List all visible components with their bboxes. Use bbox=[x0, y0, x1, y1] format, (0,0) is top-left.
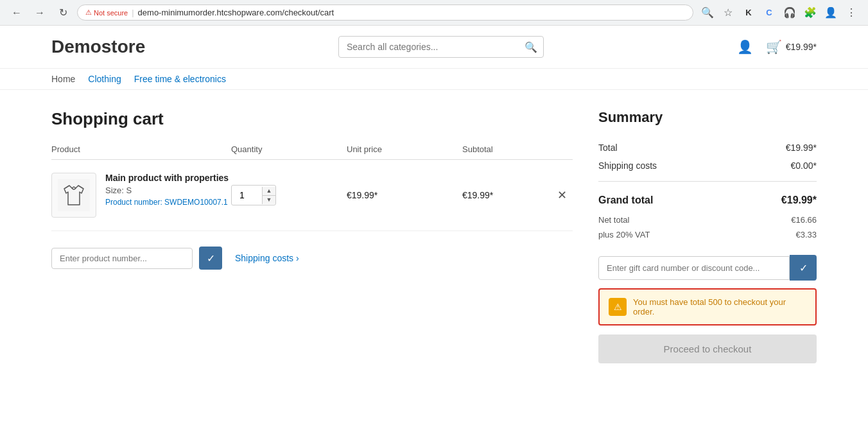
grand-total-row: Grand total €19.99* bbox=[598, 188, 817, 212]
vat-label: plus 20% VAT bbox=[598, 230, 650, 239]
col-unit-price: Unit price bbox=[347, 144, 462, 154]
summary-divider bbox=[598, 181, 817, 182]
ext2-icon[interactable]: C bbox=[760, 4, 778, 22]
warning-box: ⚠ You must have total 500 to checkout yo… bbox=[598, 288, 817, 325]
shipping-costs-label: Shipping costs bbox=[235, 253, 293, 263]
header-actions: 👤 🛒 €19.99* bbox=[737, 39, 817, 55]
net-total-label: Net total bbox=[598, 215, 629, 225]
product-image bbox=[51, 173, 96, 218]
vat-value: €3.33 bbox=[795, 230, 817, 239]
address-bar[interactable]: ⚠ Not secure | demo-minimumorder.htcshop… bbox=[77, 4, 693, 21]
col-quantity: Quantity bbox=[231, 144, 347, 154]
remove-item-button[interactable]: ✕ bbox=[557, 189, 567, 201]
col-subtotal: Subtotal bbox=[462, 144, 552, 154]
cart-icon: 🛒 bbox=[766, 39, 782, 55]
product-name: Main product with properties bbox=[105, 173, 229, 183]
site-header: Demostore 🔍 👤 🛒 €19.99* bbox=[0, 26, 868, 69]
vat-row: plus 20% VAT €3.33 bbox=[598, 227, 817, 242]
url-display: demo-minimumorder.htcshopware.com/checko… bbox=[138, 8, 334, 17]
table-row: Main product with properties Size: S Pro… bbox=[51, 160, 573, 231]
forward-button[interactable]: → bbox=[31, 4, 49, 22]
product-cell: Main product with properties Size: S Pro… bbox=[51, 173, 231, 218]
product-number-row: ✓ Shipping costs › bbox=[51, 247, 573, 270]
add-product-button[interactable]: ✓ bbox=[199, 247, 222, 270]
qty-down-btn[interactable]: ▼ bbox=[263, 196, 275, 204]
cart-total: €19.99* bbox=[786, 42, 817, 52]
cart-section: Shopping cart Product Quantity Unit pric… bbox=[51, 109, 573, 363]
subtotal-cell: €19.99* bbox=[462, 190, 552, 200]
search-bar[interactable]: 🔍 bbox=[338, 36, 544, 58]
shipping-costs-link[interactable]: Shipping costs › bbox=[235, 253, 299, 263]
qty-up-btn[interactable]: ▲ bbox=[263, 187, 275, 196]
page-wrapper: Demostore 🔍 👤 🛒 €19.99* Home Clothing Fr… bbox=[0, 26, 868, 425]
shipping-label: Shipping costs bbox=[598, 160, 657, 171]
checkout-button[interactable]: Proceed to checkout bbox=[598, 334, 817, 363]
col-product: Product bbox=[51, 144, 231, 154]
nav-clothing[interactable]: Clothing bbox=[88, 74, 121, 84]
menu-icon[interactable]: ⋮ bbox=[842, 4, 860, 22]
cart-info[interactable]: 🛒 €19.99* bbox=[766, 39, 817, 55]
ext1-icon[interactable]: K bbox=[740, 4, 758, 22]
nav-free-time[interactable]: Free time & electronics bbox=[134, 74, 226, 84]
quantity-stepper[interactable]: ▲ ▼ bbox=[231, 185, 276, 205]
qty-arrows: ▲ ▼ bbox=[262, 187, 275, 204]
grand-total-label: Grand total bbox=[598, 195, 653, 206]
summary-title: Summary bbox=[598, 109, 817, 126]
total-value: €19.99* bbox=[786, 143, 817, 153]
logo-bold: Demo bbox=[51, 37, 101, 56]
site-logo: Demostore bbox=[51, 37, 145, 57]
browser-chrome: ← → ↻ ⚠ Not secure | demo-minimumorder.h… bbox=[0, 0, 868, 26]
grand-total-value: €19.99* bbox=[781, 195, 817, 206]
browser-toolbar: 🔍 ☆ K C 🎧 🧩 👤 ⋮ bbox=[699, 4, 860, 22]
cart-table-header: Product Quantity Unit price Subtotal bbox=[51, 144, 573, 160]
product-number: Product number: SWDEMO10007.1 bbox=[105, 198, 229, 207]
col-actions bbox=[552, 144, 571, 154]
summary-total-row: Total €19.99* bbox=[598, 139, 817, 157]
remove-cell: ✕ bbox=[552, 189, 571, 201]
back-button[interactable]: ← bbox=[8, 4, 26, 22]
gift-card-input[interactable] bbox=[598, 256, 790, 280]
search-browser-icon[interactable]: 🔍 bbox=[699, 4, 716, 22]
shipping-value: €0.00* bbox=[791, 160, 817, 171]
search-input[interactable] bbox=[338, 36, 544, 58]
ext5-icon[interactable]: 👤 bbox=[822, 4, 840, 22]
cart-title: Shopping cart bbox=[51, 109, 573, 129]
quantity-input[interactable] bbox=[232, 190, 262, 200]
gift-card-row: ✓ bbox=[598, 255, 817, 281]
nav-home[interactable]: Home bbox=[51, 74, 75, 84]
bookmark-icon[interactable]: ☆ bbox=[719, 4, 737, 22]
product-info: Main product with properties Size: S Pro… bbox=[105, 173, 229, 207]
summary-shipping-row: Shipping costs €0.00* bbox=[598, 157, 817, 175]
gift-card-submit-button[interactable]: ✓ bbox=[790, 255, 817, 281]
product-number-field[interactable] bbox=[51, 248, 193, 269]
main-content: Shopping cart Product Quantity Unit pric… bbox=[0, 90, 868, 383]
warning-icon: ⚠ bbox=[609, 298, 627, 316]
site-nav: Home Clothing Free time & electronics bbox=[0, 69, 868, 90]
shipping-costs-arrow: › bbox=[296, 253, 299, 263]
quantity-cell: ▲ ▼ bbox=[231, 185, 347, 205]
total-label: Total bbox=[598, 143, 618, 153]
ext4-icon[interactable]: 🧩 bbox=[801, 4, 819, 22]
unit-price-cell: €19.99* bbox=[347, 190, 462, 200]
svg-rect-0 bbox=[58, 179, 90, 211]
reload-button[interactable]: ↻ bbox=[54, 4, 72, 22]
warning-text: You must have total 500 to checkout your… bbox=[633, 297, 806, 317]
product-size: Size: S bbox=[105, 186, 229, 195]
ext3-icon[interactable]: 🎧 bbox=[781, 4, 799, 22]
summary-section: Summary Total €19.99* Shipping costs €0.… bbox=[598, 109, 817, 363]
not-secure-indicator: ⚠ Not secure bbox=[85, 8, 128, 17]
net-total-row: Net total €16.66 bbox=[598, 212, 817, 227]
logo-light: store bbox=[101, 37, 145, 56]
account-icon[interactable]: 👤 bbox=[737, 39, 753, 55]
net-total-value: €16.66 bbox=[791, 215, 817, 225]
